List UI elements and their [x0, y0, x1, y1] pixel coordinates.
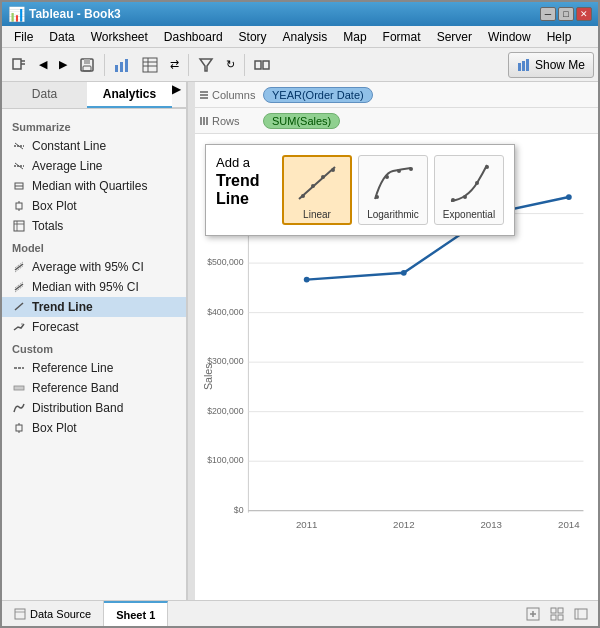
svg-rect-17	[522, 61, 525, 71]
panel-item-median-quartiles[interactable]: Median with Quartiles	[2, 176, 186, 196]
svg-rect-0	[13, 59, 21, 69]
left-panel: Data Analytics ▶ Summarize Constant Line	[2, 82, 187, 600]
panel-item-distribution-band[interactable]: Distribution Band	[2, 398, 186, 418]
toolbar-refresh-button[interactable]: ↻	[221, 52, 240, 78]
columns-pill[interactable]: YEAR(Order Date)	[263, 87, 373, 103]
toolbar-forward-button[interactable]: ▶	[54, 52, 72, 78]
toolbar-back-button[interactable]: ◀	[34, 52, 52, 78]
new-sheet-icon[interactable]	[524, 605, 542, 623]
toolbar-new-button[interactable]	[6, 52, 32, 78]
menu-data[interactable]: Data	[41, 28, 82, 46]
panel-item-constant-line[interactable]: Constant Line	[2, 136, 186, 156]
menu-window[interactable]: Window	[480, 28, 539, 46]
panel-item-reference-line[interactable]: Reference Line	[2, 358, 186, 378]
linear-label: Linear	[303, 209, 331, 220]
menu-help[interactable]: Help	[539, 28, 580, 46]
panel-item-box-plot-sum[interactable]: Box Plot	[2, 196, 186, 216]
median-quartiles-icon	[12, 179, 26, 193]
panel-item-totals[interactable]: Totals	[2, 216, 186, 236]
svg-point-64	[475, 181, 479, 185]
svg-point-52	[301, 194, 305, 198]
box-plot-sum-icon	[12, 199, 26, 213]
panel-item-trend-line[interactable]: Trend Line	[2, 297, 186, 317]
toolbar-save-button[interactable]	[74, 52, 100, 78]
y-tick-300k: $300,000	[207, 356, 244, 366]
new-story-icon[interactable]	[572, 605, 590, 623]
menu-story[interactable]: Story	[231, 28, 275, 46]
custom-header: Custom	[2, 337, 186, 358]
svg-rect-83	[575, 609, 587, 619]
logarithmic-label: Logarithmic	[367, 209, 419, 220]
distribution-band-label: Distribution Band	[32, 401, 123, 415]
columns-label: Columns	[199, 89, 259, 101]
toolbar-filter-button[interactable]	[193, 52, 219, 78]
avg-95ci-icon	[12, 260, 26, 274]
menu-analysis[interactable]: Analysis	[275, 28, 336, 46]
reference-band-icon	[12, 381, 26, 395]
tab-data[interactable]: Data	[2, 82, 87, 108]
panel-item-forecast[interactable]: Forecast	[2, 317, 186, 337]
svg-rect-14	[255, 61, 261, 69]
y-tick-500k: $500,000	[207, 257, 244, 267]
menu-server[interactable]: Server	[429, 28, 480, 46]
panel-item-median-95ci[interactable]: Median with 95% CI	[2, 277, 186, 297]
trend-option-exponential[interactable]: Exponential	[434, 155, 504, 225]
toolbar-marks-button[interactable]	[249, 52, 275, 78]
new-dashboard-icon[interactable]	[548, 605, 566, 623]
reference-band-label: Reference Band	[32, 381, 119, 395]
svg-point-54	[321, 175, 325, 179]
box-plot-custom-icon	[12, 421, 26, 435]
panel-item-reference-band[interactable]: Reference Band	[2, 378, 186, 398]
svg-rect-46	[200, 97, 208, 99]
rows-pill[interactable]: SUM(Sales)	[263, 113, 340, 129]
y-tick-200k: $200,000	[207, 406, 244, 416]
svg-point-53	[311, 184, 315, 188]
close-button[interactable]: ✕	[576, 7, 592, 21]
toolbar-chart-button[interactable]	[109, 52, 135, 78]
x-tick-2013: 2013	[480, 519, 502, 530]
svg-line-37	[15, 303, 23, 310]
trend-line-icon	[12, 300, 26, 314]
panel-item-avg-95ci[interactable]: Average with 95% CI	[2, 257, 186, 277]
menu-format[interactable]: Format	[375, 28, 429, 46]
panel-content: Summarize Constant Line Average Line	[2, 109, 186, 600]
minimize-button[interactable]: ─	[540, 7, 556, 21]
y-tick-0: $0	[234, 505, 244, 515]
trend-option-logarithmic[interactable]: Logarithmic	[358, 155, 428, 225]
tab-sheet-1[interactable]: Sheet 1	[104, 601, 168, 626]
panel-toggle[interactable]: ▶	[172, 82, 186, 108]
show-me-button[interactable]: Show Me	[508, 52, 594, 78]
svg-point-57	[375, 195, 379, 199]
panel-resize-handle[interactable]	[187, 82, 195, 600]
menu-worksheet[interactable]: Worksheet	[83, 28, 156, 46]
forecast-icon	[12, 320, 26, 334]
toolbar-sep-1	[104, 54, 105, 76]
svg-point-65	[485, 165, 489, 169]
svg-rect-16	[518, 63, 521, 71]
menu-file[interactable]: File	[6, 28, 41, 46]
window-title: 📊 Tableau - Book3	[8, 6, 121, 22]
constant-line-icon	[12, 139, 26, 153]
panel-item-average-line[interactable]: Average Line	[2, 156, 186, 176]
menu-map[interactable]: Map	[335, 28, 374, 46]
main-window: 📊 Tableau - Book3 ─ □ ✕ File Data Worksh…	[0, 0, 600, 628]
panel-item-box-plot-custom[interactable]: Box Plot	[2, 418, 186, 438]
toolbar-right: Show Me	[508, 52, 594, 78]
exponential-label: Exponential	[443, 209, 495, 220]
menubar: File Data Worksheet Dashboard Story Anal…	[2, 26, 598, 48]
menu-dashboard[interactable]: Dashboard	[156, 28, 231, 46]
toolbar-swap-button[interactable]: ⇄	[165, 52, 184, 78]
maximize-button[interactable]: □	[558, 7, 574, 21]
app-icon: 📊	[8, 6, 25, 22]
toolbar-table-button[interactable]	[137, 52, 163, 78]
svg-rect-7	[120, 62, 123, 72]
tab-analytics[interactable]: Analytics	[87, 82, 172, 108]
x-tick-2014: 2014	[558, 519, 580, 530]
average-line-label: Average Line	[32, 159, 103, 173]
reference-line-icon	[12, 361, 26, 375]
svg-rect-49	[206, 117, 208, 125]
svg-rect-74	[15, 609, 25, 619]
trend-option-linear[interactable]: Linear	[282, 155, 352, 225]
tab-data-source[interactable]: Data Source	[2, 601, 104, 626]
svg-rect-44	[200, 91, 208, 93]
